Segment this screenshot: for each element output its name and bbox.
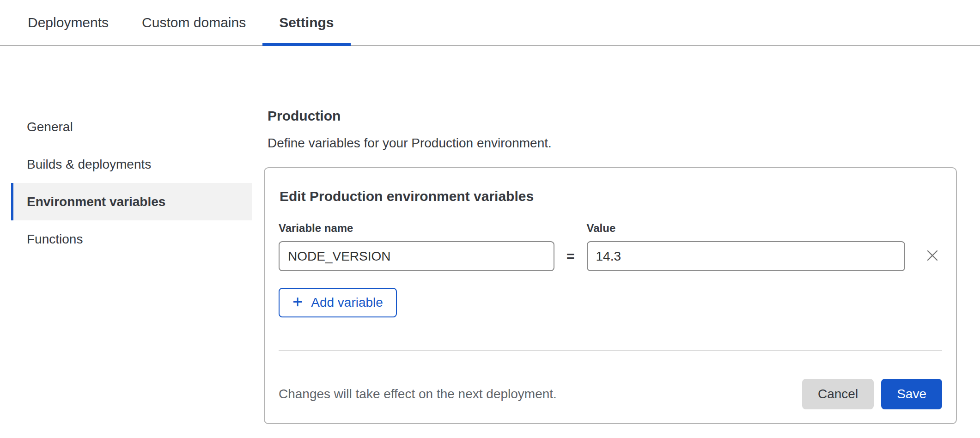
cancel-button[interactable]: Cancel bbox=[802, 379, 874, 409]
variable-value-label: Value bbox=[587, 222, 905, 235]
variable-value-field: Value bbox=[587, 222, 905, 271]
project-tab-bar: Deployments Custom domains Settings bbox=[0, 0, 980, 46]
footer-note: Changes will take effect on the next dep… bbox=[279, 387, 557, 402]
close-icon bbox=[925, 248, 940, 265]
sidebar-item-environment-variables[interactable]: Environment variables bbox=[11, 183, 252, 220]
add-variable-button[interactable]: + Add variable bbox=[279, 288, 397, 317]
variable-name-input[interactable] bbox=[279, 241, 554, 271]
sidebar-item-general[interactable]: General bbox=[11, 108, 252, 146]
tab-deployments[interactable]: Deployments bbox=[11, 0, 125, 45]
settings-content: General Builds & deployments Environment… bbox=[0, 46, 980, 424]
card-title: Edit Production environment variables bbox=[280, 189, 942, 204]
tab-settings[interactable]: Settings bbox=[262, 0, 350, 45]
add-variable-label: Add variable bbox=[311, 295, 383, 310]
tab-custom-domains[interactable]: Custom domains bbox=[125, 0, 262, 45]
save-button[interactable]: Save bbox=[881, 379, 942, 409]
variable-value-input[interactable] bbox=[587, 241, 905, 271]
equals-sign: = bbox=[566, 241, 575, 271]
plus-icon: + bbox=[292, 293, 303, 310]
sidebar-item-builds-deployments[interactable]: Builds & deployments bbox=[11, 146, 252, 183]
sidebar-item-functions[interactable]: Functions bbox=[11, 220, 252, 258]
settings-sidebar: General Builds & deployments Environment… bbox=[0, 108, 252, 424]
card-divider bbox=[279, 350, 942, 351]
variable-name-label: Variable name bbox=[279, 222, 554, 235]
footer-actions: Cancel Save bbox=[802, 379, 942, 409]
remove-variable-button[interactable] bbox=[923, 241, 942, 271]
card-footer: Changes will take effect on the next dep… bbox=[279, 379, 942, 409]
environment-variables-panel: Production Define variables for your Pro… bbox=[264, 108, 980, 424]
section-heading: Production bbox=[268, 108, 980, 124]
variable-name-field: Variable name bbox=[279, 222, 554, 271]
edit-variables-card: Edit Production environment variables Va… bbox=[264, 167, 957, 424]
variable-row: Variable name = Value bbox=[279, 222, 942, 271]
section-description: Define variables for your Production env… bbox=[268, 136, 980, 151]
